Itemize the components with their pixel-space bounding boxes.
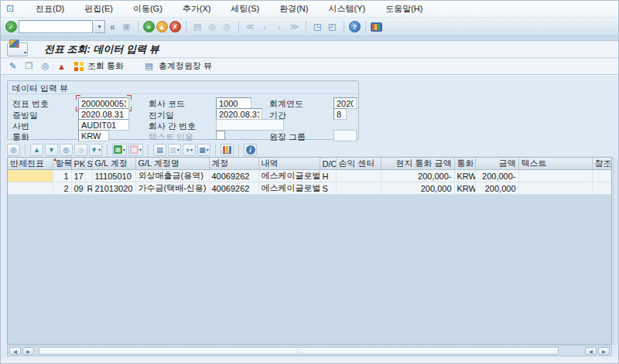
col-description[interactable]: 내역: [258, 158, 320, 170]
filter-icon[interactable]: ▼▾: [89, 144, 102, 156]
posting-date-field[interactable]: [216, 108, 262, 120]
cross-company-field[interactable]: [216, 119, 284, 131]
fiscal-year-field[interactable]: [333, 97, 357, 109]
menu-goto[interactable]: 이동(G): [123, 2, 173, 17]
command-dropdown-icon[interactable]: ▼: [94, 20, 105, 33]
help-button[interactable]: ?: [349, 21, 361, 32]
scroll-right-end-icon[interactable]: ▶: [598, 347, 610, 355]
menu-edit[interactable]: 편집(E): [74, 2, 123, 17]
scroll-left-icon[interactable]: ◀: [9, 347, 21, 355]
cell-item[interactable]: 2: [53, 182, 71, 195]
find-icon[interactable]: ◎: [206, 20, 219, 33]
vertical-scrollbar[interactable]: [613, 157, 618, 345]
sort-ascending-icon[interactable]: ▲: [30, 144, 43, 156]
cell-special-gl[interactable]: [84, 170, 92, 182]
scroll-right-icon[interactable]: ▶: [22, 347, 34, 355]
cell-gl-account-name[interactable]: 가수금(택배-신용): [135, 182, 209, 195]
cell-text[interactable]: [518, 182, 592, 195]
excel-export-icon[interactable]: ▦▾: [112, 144, 127, 156]
last-page-icon[interactable]: ≫: [288, 20, 301, 33]
create-shortcut-icon[interactable]: ◰: [326, 20, 339, 33]
cell-item[interactable]: 1: [53, 170, 71, 182]
col-clearing-doc[interactable]: 반제전표: [8, 158, 53, 170]
scrollbar-thumb[interactable]: ∷: [39, 347, 559, 355]
menu-environment[interactable]: 환경(N): [269, 2, 318, 17]
ledger-group-field[interactable]: [333, 130, 357, 141]
cell-description[interactable]: 에스케이글로벌: [258, 182, 320, 195]
exit-button[interactable]: ▲: [156, 21, 168, 32]
col-gl-account[interactable]: G/L 계정: [92, 158, 135, 170]
col-amount[interactable]: 금액: [475, 158, 518, 170]
cell-local-currency-amount[interactable]: 200,000-: [381, 170, 454, 182]
word-export-icon[interactable]: ▦▾: [128, 144, 143, 156]
period-field[interactable]: [333, 108, 347, 120]
grid-find-next-icon[interactable]: ◎: [74, 144, 87, 156]
previous-page-icon[interactable]: ‹: [258, 20, 272, 33]
back-button[interactable]: «: [143, 21, 155, 32]
cell-account[interactable]: 40069262: [209, 182, 258, 195]
cell-gl-account-name[interactable]: 외상매출금(용역): [135, 170, 209, 182]
menu-system[interactable]: 시스템(Y): [318, 2, 375, 17]
first-page-icon[interactable]: ≪: [244, 20, 257, 33]
general-ledger-view-button[interactable]: ▤ 총계정원장 뷰: [140, 60, 216, 73]
save-icon[interactable]: ▣: [120, 20, 133, 33]
grid-find-icon[interactable]: ◎: [60, 144, 73, 156]
search-document-icon[interactable]: ◎: [39, 60, 52, 73]
cell-reference[interactable]: [592, 170, 611, 182]
enter-button[interactable]: ✓: [5, 21, 17, 32]
cell-amount[interactable]: 200,000-: [475, 170, 518, 182]
cancel-button[interactable]: ✗: [169, 21, 181, 32]
doc-date-field[interactable]: [78, 108, 129, 120]
col-gl-account-name[interactable]: G/L 계정명: [135, 158, 209, 170]
cell-text[interactable]: [518, 170, 592, 182]
cell-clearing-doc[interactable]: [8, 170, 53, 182]
cell-clearing-doc[interactable]: [8, 182, 53, 195]
info-icon[interactable]: i: [244, 144, 257, 156]
col-profit-center[interactable]: 손익 센터: [336, 158, 381, 170]
col-debit-credit[interactable]: D/C: [320, 158, 336, 170]
choose-layout-icon[interactable]: ▦▾: [197, 144, 210, 156]
menu-settings[interactable]: 세팅(S): [221, 2, 270, 17]
texts-exist-checkbox[interactable]: [216, 131, 225, 140]
views-icon[interactable]: ▥▾: [168, 144, 181, 156]
cell-special-gl[interactable]: R: [84, 182, 92, 195]
personnel-field[interactable]: [78, 119, 129, 131]
new-session-icon[interactable]: ◳: [311, 20, 324, 33]
cell-debit-credit[interactable]: H: [320, 170, 336, 182]
menu-extras[interactable]: 추가(X): [173, 2, 221, 17]
copy-icon[interactable]: ❐: [22, 60, 36, 73]
col-reference[interactable]: 참조: [592, 158, 611, 170]
cell-debit-credit[interactable]: S: [320, 182, 336, 195]
col-special-gl[interactable]: S: [84, 158, 92, 170]
export-icon[interactable]: »▾: [183, 144, 196, 156]
cell-description[interactable]: 에스케이글로벌: [258, 170, 320, 182]
cell-reference[interactable]: [592, 182, 611, 195]
cell-profit-center[interactable]: [336, 170, 381, 182]
customize-layout-icon[interactable]: [371, 22, 382, 32]
cell-posting-key[interactable]: 09: [71, 182, 84, 195]
grid-print-icon[interactable]: ▤: [153, 144, 166, 156]
display-change-icon[interactable]: ✎: [6, 60, 19, 73]
print-icon[interactable]: ▤: [191, 20, 204, 33]
col-local-currency-amount[interactable]: 현지 통화 금액: [381, 158, 454, 170]
sort-descending-icon[interactable]: ▼: [45, 144, 58, 156]
cell-amount[interactable]: 200,000: [475, 182, 518, 195]
display-currency-button[interactable]: 조회 통화: [71, 60, 128, 73]
doc-number-field[interactable]: [78, 97, 129, 109]
graphic-icon[interactable]: [221, 144, 234, 156]
currency-field[interactable]: [78, 130, 109, 141]
find-next-icon[interactable]: ◎: [221, 20, 234, 33]
cell-currency[interactable]: KRW: [454, 182, 475, 195]
col-item[interactable]: ▴항목: [53, 158, 71, 170]
next-page-icon[interactable]: ›: [273, 20, 286, 33]
command-field[interactable]: [19, 20, 93, 33]
col-account[interactable]: 계정: [209, 158, 258, 170]
col-currency[interactable]: 통화: [454, 158, 475, 170]
col-text[interactable]: 텍스트: [518, 158, 592, 170]
horizontal-scrollbar[interactable]: ◀ ▶ ∷ ◀ ▶: [7, 345, 612, 356]
cell-posting-key[interactable]: 17: [71, 170, 84, 182]
cell-profit-center[interactable]: [336, 182, 381, 195]
cell-account[interactable]: 40069262: [209, 170, 258, 182]
menu-help[interactable]: 도움말(H): [375, 2, 433, 17]
collapse-toolbar-icon[interactable]: «: [110, 22, 115, 32]
